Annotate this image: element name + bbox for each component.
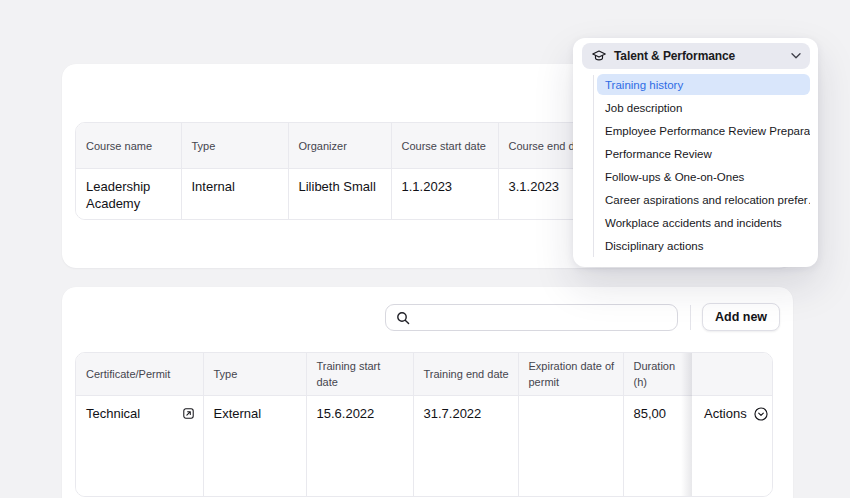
course-name-cell: Leadership Academy — [76, 169, 181, 220]
certifications-search-input[interactable] — [417, 309, 669, 326]
column-header: Training start date — [306, 353, 413, 396]
dropdown-menu: Training history Job description Employe… — [573, 73, 818, 257]
menu-item-follow-ups[interactable]: Follow-ups & One-on-Ones — [597, 165, 810, 188]
expiration-cell — [518, 396, 623, 497]
menu-item-performance-review[interactable]: Performance Review — [597, 142, 810, 165]
dropdown-header[interactable]: Talent & Performance — [582, 43, 810, 69]
type-cell: Internal — [181, 169, 288, 220]
column-header: Certificate/Permit — [76, 353, 203, 396]
menu-item-career-aspirations[interactable]: Career aspirations and relocation prefer… — [597, 188, 810, 211]
column-header: Type — [203, 353, 306, 396]
certifications-card: Certifications and permits Add new Certi… — [62, 287, 793, 498]
search-icon — [396, 311, 410, 325]
column-header: Type — [181, 123, 288, 169]
talent-performance-dropdown: Talent & Performance Training history Jo… — [573, 38, 818, 267]
certificate-name: Technical — [86, 405, 140, 422]
dropdown-header-label: Talent & Performance — [614, 49, 791, 63]
menu-item-job-description[interactable]: Job description — [597, 96, 810, 119]
toolbar-divider — [690, 305, 691, 330]
menu-item-workplace-accidents[interactable]: Workplace accidents and incidents — [597, 211, 810, 234]
duration-cell: 85,00 — [623, 396, 694, 497]
add-new-button[interactable]: Add new — [702, 303, 780, 331]
column-header-actions — [694, 353, 772, 396]
actions-button[interactable]: Actions — [704, 405, 769, 422]
type-cell: External — [203, 396, 306, 497]
menu-item-training-history[interactable]: Training history — [597, 74, 810, 95]
actions-cell-container: Actions — [694, 396, 772, 497]
certificate-cell: Technical — [76, 396, 203, 497]
chevron-down-icon — [791, 53, 801, 59]
page: Other completed trainings Course name Ty… — [0, 0, 850, 498]
menu-item-performance-review-preparation[interactable]: Employee Performance Review Preparati… — [597, 119, 810, 142]
certifications-search — [385, 304, 678, 331]
certifications-table-header-row: Certificate/Permit Type Training start d… — [76, 353, 772, 396]
chevron-down-circle-icon — [753, 406, 769, 422]
course-start-cell: 1.1.2023 — [391, 169, 498, 220]
organizer-cell: Lilibeth Small — [288, 169, 391, 220]
actions-label: Actions — [704, 405, 747, 422]
column-header: Course start date — [391, 123, 498, 169]
certifications-table: Certificate/Permit Type Training start d… — [75, 352, 773, 497]
column-header: Training end date — [413, 353, 518, 396]
table-row: Technical External 15.6.2022 31.7.2022 — [76, 396, 772, 497]
column-header: Expiration date of permit — [518, 353, 623, 396]
column-header: Course name — [76, 123, 181, 169]
training-start-cell: 15.6.2022 — [306, 396, 413, 497]
menu-item-disciplinary-actions[interactable]: Disciplinary actions — [597, 234, 810, 257]
external-link-icon[interactable] — [182, 407, 195, 420]
graduation-cap-icon — [591, 48, 607, 64]
menu-indent-line — [593, 75, 594, 257]
training-end-cell: 31.7.2022 — [413, 396, 518, 497]
column-header: Duration (h) — [623, 353, 694, 396]
column-header: Organizer — [288, 123, 391, 169]
